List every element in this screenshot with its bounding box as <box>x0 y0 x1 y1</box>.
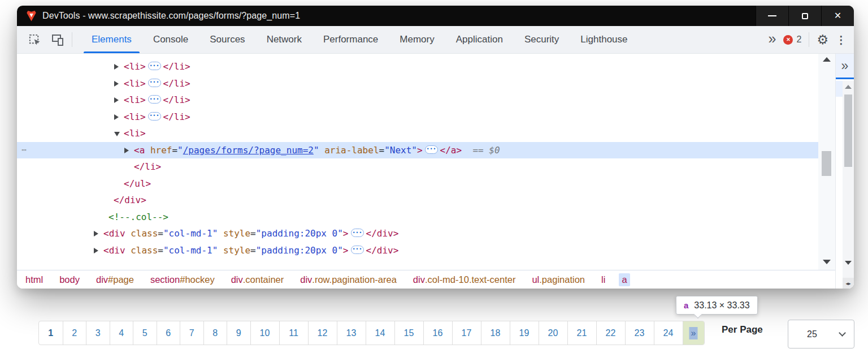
collapsed-children-pill[interactable]: ••• <box>148 79 161 87</box>
settings-gear-icon[interactable]: ⚙ <box>817 33 828 46</box>
close-button[interactable]: ✕ <box>821 6 854 26</box>
page-next-link[interactable]: » <box>683 321 704 345</box>
tab-security[interactable]: Security <box>514 26 570 53</box>
expand-arrow-icon[interactable] <box>114 92 124 109</box>
minimize-button[interactable] <box>756 6 788 26</box>
expand-arrow-icon[interactable] <box>114 54 124 58</box>
expand-arrow-icon[interactable] <box>114 75 124 92</box>
collapsed-children-pill[interactable]: ••• <box>351 229 364 237</box>
page-link-3[interactable]: 3 <box>86 321 110 345</box>
tree-row-11[interactable]: <div class="col-md-1" style="padding:20p… <box>17 225 835 242</box>
page-link-23[interactable]: 23 <box>625 321 654 345</box>
page-link-14[interactable]: 14 <box>366 321 394 345</box>
kebab-menu-icon[interactable]: ⋮ <box>836 35 847 45</box>
code-tag: <li> <box>124 94 146 105</box>
inspect-element-button[interactable] <box>25 31 44 49</box>
page-link-22[interactable]: 22 <box>596 321 625 345</box>
page-link-9[interactable]: 9 <box>227 321 250 345</box>
tree-scrollbar-thumb[interactable] <box>822 151 831 176</box>
code-tag: > <box>343 228 349 239</box>
maximize-button[interactable] <box>788 6 821 26</box>
tree-row-7[interactable]: </li> <box>17 158 835 175</box>
sidebar-scrollbar[interactable]: ◂▸ <box>843 81 854 289</box>
tab-memory[interactable]: Memory <box>389 26 445 53</box>
page-link-5[interactable]: 5 <box>133 321 157 345</box>
code-tag: </li> <box>163 54 190 55</box>
crumb-div.col-md-10.text-center[interactable]: div.col-md-10.text-center <box>410 273 519 286</box>
tab-elements[interactable]: Elements <box>81 26 142 53</box>
expand-arrow-icon[interactable] <box>114 109 124 126</box>
device-toolbar-icon <box>51 33 64 46</box>
sidebar-scroll-down-icon[interactable] <box>845 261 852 265</box>
crumb-li[interactable]: li <box>598 273 608 286</box>
tree-row-2[interactable]: <li>•••</li> <box>17 75 835 92</box>
page-link-8[interactable]: 8 <box>203 321 227 345</box>
scroll-up-icon[interactable] <box>823 57 831 62</box>
sidebar-scroll-up-icon[interactable] <box>845 85 852 89</box>
page-link-16[interactable]: 16 <box>423 321 452 345</box>
page-link-7[interactable]: 7 <box>180 321 203 345</box>
page-link-24[interactable]: 24 <box>654 321 683 345</box>
tab-sources[interactable]: Sources <box>199 26 255 53</box>
page-link-18[interactable]: 18 <box>481 321 510 345</box>
tab-network[interactable]: Network <box>256 26 313 53</box>
tree-row-1[interactable]: <li>•••</li> <box>17 58 835 75</box>
crumb-a[interactable]: a <box>619 273 630 286</box>
tab-console[interactable]: Console <box>142 26 199 53</box>
page-link-17[interactable]: 17 <box>452 321 481 345</box>
page-link-6[interactable]: 6 <box>157 321 180 345</box>
crumb-div.container[interactable]: div.container <box>228 273 287 286</box>
tree-row-12[interactable]: <div class="col-md-1" style="padding:20p… <box>17 242 835 259</box>
window-title: DevTools - www.scrapethissite.com/pages/… <box>42 11 300 21</box>
horizontal-scroll-corner-icon[interactable]: ◂▸ <box>843 278 854 289</box>
crumb-div.row.pagination-area[interactable]: div.row.pagination-area <box>297 273 400 286</box>
scroll-down-icon[interactable] <box>823 260 831 264</box>
device-toolbar-button[interactable] <box>49 31 67 49</box>
issues-badge[interactable]: ✕ 2 <box>783 35 801 45</box>
page-link-19[interactable]: 19 <box>510 321 539 345</box>
tree-row-6[interactable]: ⋯<a href="/pages/forms/?page_num=2" aria… <box>17 142 835 159</box>
page-link-2[interactable]: 2 <box>63 321 86 345</box>
sidebar-expand-button[interactable]: » <box>836 54 854 79</box>
collapse-arrow-icon[interactable] <box>114 125 124 142</box>
page-link-20[interactable]: 20 <box>539 321 567 345</box>
expand-arrow-icon[interactable] <box>94 225 103 242</box>
page-link-1[interactable]: 1 <box>39 321 63 345</box>
expand-arrow-icon[interactable] <box>114 58 124 75</box>
crumb-ul.pagination[interactable]: ul.pagination <box>529 273 588 286</box>
sidebar-scrollbar-thumb[interactable] <box>844 94 852 167</box>
tab-application[interactable]: Application <box>445 26 514 53</box>
tree-row-0[interactable]: <li>•••</li> <box>17 54 835 58</box>
collapsed-children-pill[interactable]: ••• <box>148 62 161 70</box>
code-tag: </div> <box>114 195 146 205</box>
more-tabs-button[interactable]: » <box>769 32 776 46</box>
code-link: /pages/forms/?page_num=2 <box>183 145 314 156</box>
crumb-div#page[interactable]: div#page <box>93 273 137 286</box>
tree-row-9[interactable]: </div> <box>17 192 835 209</box>
page-link-4[interactable]: 4 <box>110 321 133 345</box>
page-link-13[interactable]: 13 <box>337 321 366 345</box>
tree-row-3[interactable]: <li>•••</li> <box>17 92 835 109</box>
tab-lighthouse[interactable]: Lighthouse <box>570 26 638 53</box>
crumb-section#hockey[interactable]: section#hockey <box>147 273 218 286</box>
crumb-html[interactable]: html <box>23 273 46 286</box>
collapsed-children-pill[interactable]: ••• <box>148 112 161 121</box>
page-link-11[interactable]: 11 <box>279 321 308 345</box>
crumb-body[interactable]: body <box>57 273 83 286</box>
expand-arrow-icon[interactable] <box>94 242 103 259</box>
expand-arrow-icon[interactable] <box>124 142 134 159</box>
tree-row-4[interactable]: <li>•••</li> <box>17 109 835 126</box>
per-page-select[interactable]: 25 <box>788 320 854 349</box>
collapsed-children-pill[interactable]: ••• <box>148 95 161 104</box>
tree-row-10[interactable]: <!--.col--> <box>17 209 835 226</box>
page-link-15[interactable]: 15 <box>394 321 423 345</box>
collapsed-children-pill[interactable]: ••• <box>425 145 438 154</box>
tree-row-5[interactable]: <li> <box>17 125 835 142</box>
tree-row-8[interactable]: </ul> <box>17 175 835 192</box>
page-link-12[interactable]: 12 <box>308 321 337 345</box>
tree-scrollbar[interactable] <box>818 54 835 270</box>
page-link-21[interactable]: 21 <box>567 321 596 345</box>
page-link-10[interactable]: 10 <box>250 321 279 345</box>
tab-performance[interactable]: Performance <box>313 26 389 53</box>
collapsed-children-pill[interactable]: ••• <box>351 246 364 254</box>
